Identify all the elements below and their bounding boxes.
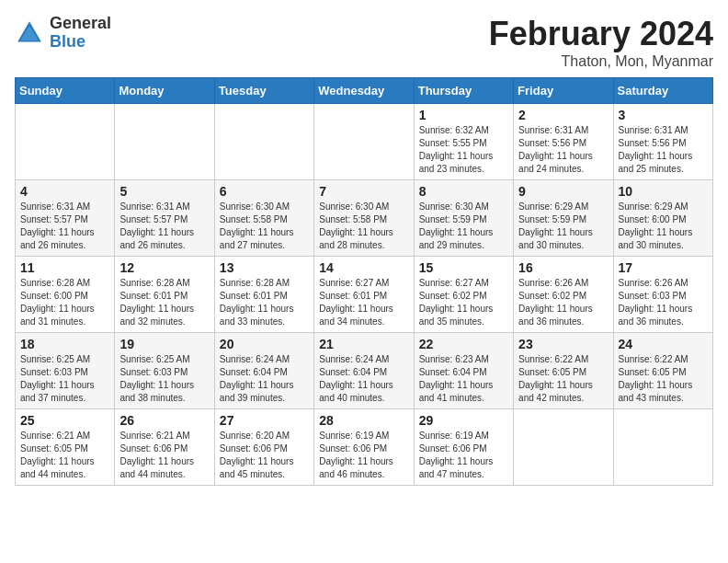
day-info: Sunrise: 6:29 AM Sunset: 6:00 PM Dayligh…	[619, 201, 708, 252]
calendar-cell: 18Sunrise: 6:25 AM Sunset: 6:03 PM Dayli…	[16, 333, 115, 409]
logo: General Blue	[15, 15, 111, 52]
day-info: Sunrise: 6:23 AM Sunset: 6:04 PM Dayligh…	[419, 353, 508, 405]
day-number: 16	[518, 260, 608, 275]
calendar-cell: 6Sunrise: 6:30 AM Sunset: 5:58 PM Daylig…	[214, 180, 313, 257]
calendar-cell: 4Sunrise: 6:31 AM Sunset: 5:57 PM Daylig…	[16, 180, 115, 257]
day-number: 17	[619, 260, 708, 275]
calendar-cell: 14Sunrise: 6:27 AM Sunset: 6:01 PM Dayli…	[314, 257, 414, 333]
day-number: 19	[119, 337, 209, 351]
calendar-cell: 29Sunrise: 6:19 AM Sunset: 6:06 PM Dayli…	[414, 409, 513, 486]
day-info: Sunrise: 6:30 AM Sunset: 5:58 PM Dayligh…	[319, 201, 408, 252]
calendar-cell: 22Sunrise: 6:23 AM Sunset: 6:04 PM Dayli…	[414, 333, 513, 409]
day-info: Sunrise: 6:26 AM Sunset: 6:03 PM Dayligh…	[619, 277, 708, 328]
weekday-thursday: Thursday	[414, 78, 513, 104]
day-info: Sunrise: 6:28 AM Sunset: 6:01 PM Dayligh…	[119, 277, 209, 328]
day-info: Sunrise: 6:28 AM Sunset: 6:00 PM Dayligh…	[20, 277, 109, 328]
day-number: 8	[419, 184, 508, 199]
day-info: Sunrise: 6:30 AM Sunset: 5:58 PM Dayligh…	[220, 201, 309, 252]
day-info: Sunrise: 6:27 AM Sunset: 6:01 PM Dayligh…	[319, 277, 408, 328]
location-title: Thaton, Mon, Myanmar	[489, 53, 713, 70]
day-number: 1	[419, 108, 508, 122]
calendar-header: SundayMondayTuesdayWednesdayThursdayFrid…	[16, 78, 713, 104]
logo-text: General Blue	[50, 15, 111, 52]
calendar-cell	[16, 104, 115, 180]
calendar-week-3: 18Sunrise: 6:25 AM Sunset: 6:03 PM Dayli…	[16, 333, 713, 409]
day-info: Sunrise: 6:27 AM Sunset: 6:02 PM Dayligh…	[419, 277, 508, 328]
calendar-cell: 9Sunrise: 6:29 AM Sunset: 5:59 PM Daylig…	[514, 180, 613, 257]
calendar-cell: 10Sunrise: 6:29 AM Sunset: 6:00 PM Dayli…	[613, 180, 712, 257]
day-number: 3	[619, 108, 708, 122]
day-number: 12	[119, 260, 209, 275]
weekday-tuesday: Tuesday	[214, 78, 313, 104]
day-number: 5	[119, 184, 209, 199]
calendar-week-1: 4Sunrise: 6:31 AM Sunset: 5:57 PM Daylig…	[16, 180, 713, 257]
day-info: Sunrise: 6:19 AM Sunset: 6:06 PM Dayligh…	[319, 430, 408, 481]
day-info: Sunrise: 6:31 AM Sunset: 5:57 PM Dayligh…	[20, 201, 109, 252]
calendar-cell: 5Sunrise: 6:31 AM Sunset: 5:57 PM Daylig…	[115, 180, 214, 257]
day-number: 7	[319, 184, 408, 199]
calendar-cell	[514, 409, 613, 486]
weekday-sunday: Sunday	[16, 78, 115, 104]
calendar-cell	[314, 104, 414, 180]
calendar-cell: 1Sunrise: 6:32 AM Sunset: 5:55 PM Daylig…	[414, 104, 513, 180]
calendar-cell: 25Sunrise: 6:21 AM Sunset: 6:05 PM Dayli…	[16, 409, 115, 486]
calendar-cell: 23Sunrise: 6:22 AM Sunset: 6:05 PM Dayli…	[514, 333, 613, 409]
calendar-cell: 26Sunrise: 6:21 AM Sunset: 6:06 PM Dayli…	[115, 409, 214, 486]
calendar-cell: 2Sunrise: 6:31 AM Sunset: 5:56 PM Daylig…	[514, 104, 613, 180]
weekday-monday: Monday	[115, 78, 214, 104]
weekday-header-row: SundayMondayTuesdayWednesdayThursdayFrid…	[16, 78, 713, 104]
day-number: 24	[619, 337, 708, 351]
calendar-cell: 21Sunrise: 6:24 AM Sunset: 6:04 PM Dayli…	[314, 333, 414, 409]
calendar-week-4: 25Sunrise: 6:21 AM Sunset: 6:05 PM Dayli…	[16, 409, 713, 486]
day-info: Sunrise: 6:22 AM Sunset: 6:05 PM Dayligh…	[619, 353, 708, 405]
weekday-friday: Friday	[514, 78, 613, 104]
day-number: 22	[419, 337, 508, 351]
calendar-cell	[613, 409, 712, 486]
day-number: 2	[518, 108, 608, 122]
weekday-wednesday: Wednesday	[314, 78, 414, 104]
calendar-body: 1Sunrise: 6:32 AM Sunset: 5:55 PM Daylig…	[16, 104, 713, 486]
calendar-week-0: 1Sunrise: 6:32 AM Sunset: 5:55 PM Daylig…	[16, 104, 713, 180]
calendar-week-2: 11Sunrise: 6:28 AM Sunset: 6:00 PM Dayli…	[16, 257, 713, 333]
calendar-table: SundayMondayTuesdayWednesdayThursdayFrid…	[15, 77, 713, 486]
day-number: 25	[20, 413, 109, 428]
calendar-cell: 13Sunrise: 6:28 AM Sunset: 6:01 PM Dayli…	[214, 257, 313, 333]
day-number: 21	[319, 337, 408, 351]
day-number: 6	[220, 184, 309, 199]
day-info: Sunrise: 6:24 AM Sunset: 6:04 PM Dayligh…	[220, 353, 309, 405]
day-number: 29	[419, 413, 508, 428]
weekday-saturday: Saturday	[613, 78, 712, 104]
calendar-cell: 27Sunrise: 6:20 AM Sunset: 6:06 PM Dayli…	[214, 409, 313, 486]
calendar-cell: 20Sunrise: 6:24 AM Sunset: 6:04 PM Dayli…	[214, 333, 313, 409]
calendar-cell: 24Sunrise: 6:22 AM Sunset: 6:05 PM Dayli…	[613, 333, 712, 409]
day-info: Sunrise: 6:20 AM Sunset: 6:06 PM Dayligh…	[220, 430, 309, 481]
day-info: Sunrise: 6:26 AM Sunset: 6:02 PM Dayligh…	[518, 277, 608, 328]
day-number: 28	[319, 413, 408, 428]
day-number: 27	[220, 413, 309, 428]
calendar-cell	[214, 104, 313, 180]
day-number: 10	[619, 184, 708, 199]
calendar-cell: 15Sunrise: 6:27 AM Sunset: 6:02 PM Dayli…	[414, 257, 513, 333]
page-header: General Blue February 2024 Thaton, Mon, …	[15, 15, 713, 70]
day-number: 23	[518, 337, 608, 351]
day-info: Sunrise: 6:22 AM Sunset: 6:05 PM Dayligh…	[518, 353, 608, 405]
calendar-cell: 17Sunrise: 6:26 AM Sunset: 6:03 PM Dayli…	[613, 257, 712, 333]
calendar-cell: 11Sunrise: 6:28 AM Sunset: 6:00 PM Dayli…	[16, 257, 115, 333]
month-title: February 2024	[489, 15, 713, 53]
day-info: Sunrise: 6:25 AM Sunset: 6:03 PM Dayligh…	[119, 353, 209, 405]
day-info: Sunrise: 6:28 AM Sunset: 6:01 PM Dayligh…	[220, 277, 309, 328]
day-info: Sunrise: 6:32 AM Sunset: 5:55 PM Dayligh…	[419, 124, 508, 176]
calendar-cell: 7Sunrise: 6:30 AM Sunset: 5:58 PM Daylig…	[314, 180, 414, 257]
day-number: 4	[20, 184, 109, 199]
day-info: Sunrise: 6:21 AM Sunset: 6:05 PM Dayligh…	[20, 430, 109, 481]
day-number: 14	[319, 260, 408, 275]
day-info: Sunrise: 6:19 AM Sunset: 6:06 PM Dayligh…	[419, 430, 508, 481]
logo-icon	[15, 18, 44, 48]
day-info: Sunrise: 6:29 AM Sunset: 5:59 PM Dayligh…	[518, 201, 608, 252]
calendar-cell: 3Sunrise: 6:31 AM Sunset: 5:56 PM Daylig…	[613, 104, 712, 180]
logo-general: General	[50, 15, 111, 33]
day-number: 18	[20, 337, 109, 351]
day-number: 26	[119, 413, 209, 428]
day-number: 20	[220, 337, 309, 351]
logo-blue: Blue	[50, 33, 111, 52]
